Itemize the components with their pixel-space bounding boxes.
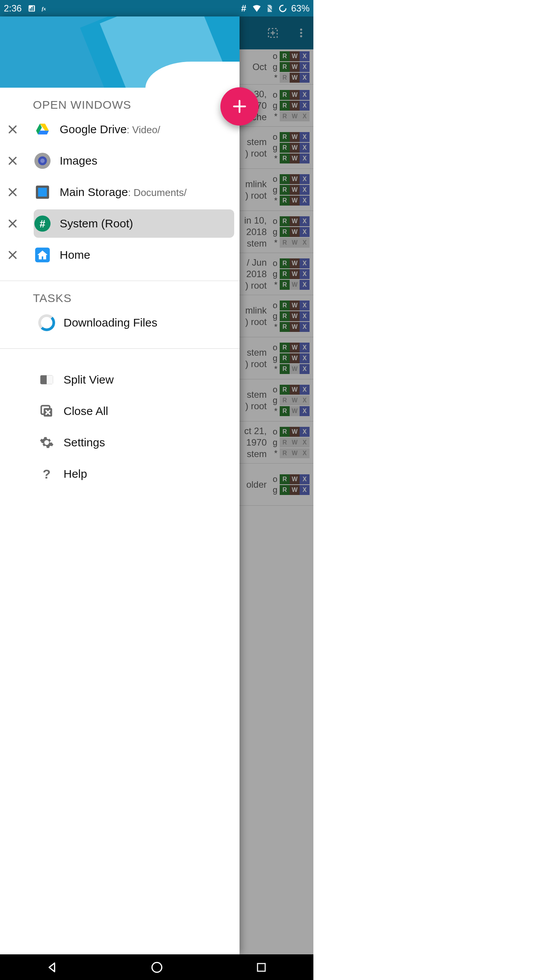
window-path: : Documents/ [128, 187, 186, 199]
progress-spinner-icon [38, 314, 55, 331]
help-button[interactable]: ? Help [0, 458, 240, 490]
close-all-button[interactable]: Close All [0, 395, 240, 427]
window-title: Images [60, 154, 97, 167]
svg-rect-1 [29, 8, 31, 11]
svg-rect-36 [47, 375, 53, 384]
close-window-button[interactable] [0, 249, 25, 261]
loading-circle-icon [278, 4, 287, 13]
help-label: Help [64, 467, 87, 480]
status-app-icon-1 [27, 4, 36, 13]
status-time: 2:36 [4, 3, 22, 14]
svg-rect-27 [38, 188, 47, 197]
help-icon: ? [38, 466, 55, 482]
svg-point-23 [40, 158, 45, 163]
window-title: Home [60, 248, 90, 261]
home-icon [34, 246, 51, 264]
svg-text:fx: fx [189, 63, 209, 88]
fx-logo-icon: fx [189, 63, 235, 88]
open-window-item[interactable]: Images [0, 145, 240, 176]
close-all-icon [38, 403, 55, 420]
hash-icon: # [239, 4, 248, 13]
tasks-heading: TASKS [0, 281, 240, 307]
window-title: Main Storage [60, 186, 128, 199]
images-icon [34, 152, 51, 170]
close-window-button[interactable] [0, 155, 25, 167]
gear-icon [38, 434, 55, 451]
no-sim-icon [265, 4, 274, 13]
close-window-button[interactable] [0, 186, 25, 198]
settings-label: Settings [64, 436, 105, 449]
svg-text:fx: fx [42, 5, 46, 11]
system-root-icon: # [34, 215, 51, 232]
open-windows-heading: OPEN WINDOWS [0, 88, 240, 114]
close-all-label: Close All [64, 405, 108, 418]
task-downloading[interactable]: Downloading Files [0, 307, 240, 338]
svg-point-6 [280, 5, 286, 11]
drawer-header: fx [0, 16, 240, 88]
navigation-drawer: fx OPEN WINDOWS Google Drive: Video/Imag… [0, 16, 240, 551]
svg-marker-18 [38, 131, 49, 134]
svg-rect-2 [31, 7, 32, 11]
close-window-button[interactable] [0, 218, 25, 229]
window-path: : Video/ [127, 124, 160, 136]
main-storage-icon [34, 183, 51, 201]
split-view-label: Split View [64, 373, 114, 386]
open-window-item[interactable]: Home [0, 239, 240, 271]
svg-text:#: # [40, 218, 46, 230]
window-title: Google Drive [60, 123, 127, 136]
new-window-fab[interactable] [220, 87, 259, 126]
google-drive-icon [34, 121, 51, 138]
battery-percent: 63% [291, 3, 310, 14]
settings-button[interactable]: Settings [0, 427, 240, 458]
close-window-button[interactable] [0, 124, 25, 135]
open-window-item[interactable]: Main Storage: Documents/ [0, 176, 240, 208]
open-window-item[interactable]: Google Drive: Video/ [0, 114, 240, 145]
svg-rect-3 [33, 6, 34, 11]
split-view-button[interactable]: Split View [0, 364, 240, 395]
divider [0, 348, 240, 349]
open-window-item[interactable]: #System (Root) [0, 208, 240, 239]
split-view-icon [38, 371, 55, 388]
status-bar: 2:36 fx # 63% [0, 0, 313, 16]
status-fx-icon: fx [42, 4, 51, 13]
open-windows-list: Google Drive: Video/ImagesMain Storage: … [0, 114, 240, 271]
task-label: Downloading Files [64, 316, 157, 329]
window-title: System (Root) [60, 217, 133, 230]
wifi-icon [252, 4, 261, 13]
